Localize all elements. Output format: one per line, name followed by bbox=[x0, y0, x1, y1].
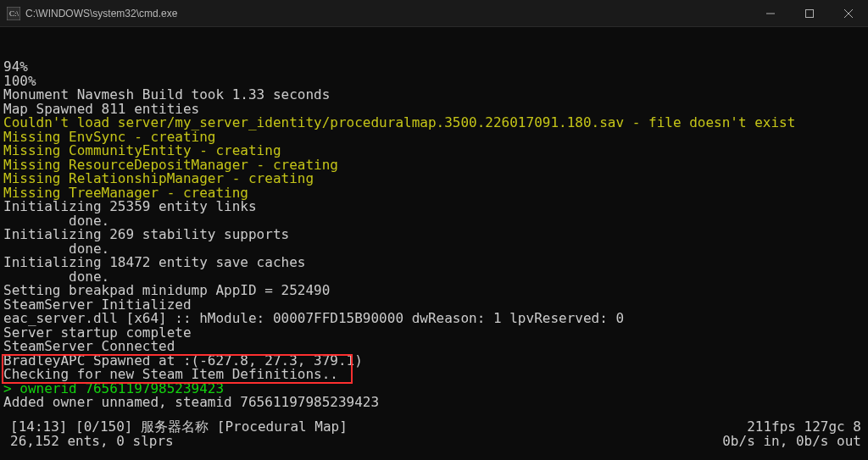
close-button[interactable] bbox=[829, 0, 868, 27]
terminal-line: Initializing 269 stability supports bbox=[3, 228, 865, 242]
terminal-line: Added owner unnamed, steamid 76561197985… bbox=[3, 396, 865, 410]
cmd-icon: C:\ bbox=[7, 7, 20, 20]
status-bar: [14:13] [0/150] 服务器名称 [Procedural Map] 2… bbox=[10, 420, 861, 448]
status-left-line2: 26,152 ents, 0 slprs bbox=[10, 435, 348, 449]
window-controls bbox=[751, 0, 868, 27]
terminal-line: Initializing 18472 entity save caches bbox=[3, 256, 865, 270]
status-right-line2: 0b/s in, 0b/s out bbox=[722, 435, 861, 449]
minimize-button[interactable] bbox=[751, 0, 790, 27]
window-titlebar: C:\ C:\WINDOWS\system32\cmd.exe bbox=[0, 0, 868, 27]
terminal-line: 94% bbox=[3, 60, 865, 75]
terminal-output[interactable]: 94%100%Monument Navmesh Build took 1.33 … bbox=[0, 27, 868, 460]
terminal-line: Initializing 25359 entity links bbox=[3, 200, 865, 214]
svg-rect-3 bbox=[806, 9, 814, 17]
window-title: C:\WINDOWS\system32\cmd.exe bbox=[25, 8, 177, 19]
maximize-button[interactable] bbox=[790, 0, 829, 27]
svg-text:C:\: C:\ bbox=[9, 9, 19, 18]
